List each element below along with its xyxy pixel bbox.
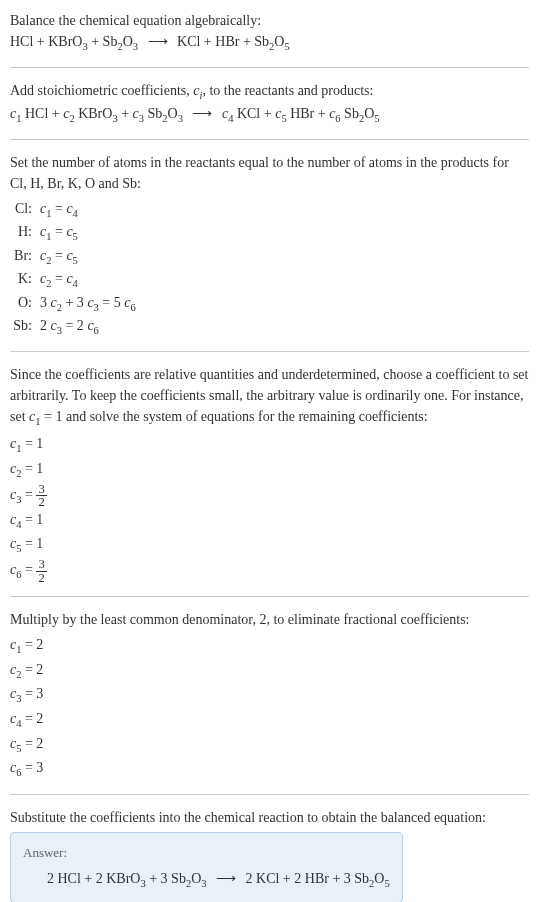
coefficient-list: c1 = 1 c2 = 1 c3 = 32 c4 = 1 c5 = 1 c6 =… — [10, 433, 529, 584]
add-coef-text: Add stoichiometric coefficients, ci, to … — [10, 80, 529, 104]
section-solve-initial: Since the coefficients are relative quan… — [10, 364, 529, 584]
section-add-coefficients: Add stoichiometric coefficients, ci, to … — [10, 80, 529, 127]
substitute-text: Substitute the coefficients into the che… — [10, 807, 529, 828]
atom-label: O: — [10, 292, 40, 313]
coef-c3: c3 = 3 — [10, 683, 529, 708]
atom-row-k: K: c2 = c4 — [10, 268, 529, 292]
eq-part: + Sb — [88, 34, 118, 49]
coef-c1: c1 = 1 — [10, 433, 529, 458]
eq-sub: 3 — [133, 41, 138, 52]
text-part: = 1 and solve the system of equations fo… — [41, 409, 428, 424]
eq-part: + — [118, 106, 133, 121]
atom-eq: c2 = c5 — [40, 245, 78, 269]
divider — [10, 139, 529, 140]
eq-part: O — [374, 871, 384, 886]
intro-text: Balance the chemical equation algebraica… — [10, 10, 529, 31]
atom-label: Cl: — [10, 198, 40, 219]
eq-part: HCl + KBrO — [10, 34, 82, 49]
balanced-equation: 2 HCl + 2 KBrO3 + 3 Sb2O3 ⟶ 2 KCl + 2 HB… — [23, 868, 390, 892]
coefficient-list-final: c1 = 2 c2 = 2 c3 = 3 c4 = 2 c5 = 2 c6 = … — [10, 634, 529, 782]
eq-part: O — [274, 34, 284, 49]
coef-c3: c3 = 32 — [10, 483, 529, 509]
solve-text: Since the coefficients are relative quan… — [10, 364, 529, 430]
divider — [10, 351, 529, 352]
eq-sub: 5 — [374, 113, 379, 124]
coef-c5: c5 = 1 — [10, 533, 529, 558]
coef-c4: c4 = 1 — [10, 509, 529, 534]
divider — [10, 596, 529, 597]
unbalanced-equation: HCl + KBrO3 + Sb2O3 ⟶ KCl + HBr + Sb2O5 — [10, 31, 529, 55]
eq-part: + 3 Sb — [146, 871, 186, 886]
eq-part: O — [123, 34, 133, 49]
atom-eq: c1 = c5 — [40, 221, 78, 245]
eq-sub: 5 — [284, 41, 289, 52]
divider — [10, 67, 529, 68]
coef-c6: c6 = 3 — [10, 757, 529, 782]
eq-part: O — [364, 106, 374, 121]
arrow-icon: ⟶ — [144, 34, 171, 49]
atom-label: Sb: — [10, 315, 40, 336]
multiply-text: Multiply by the least common denominator… — [10, 609, 529, 630]
eq-part: KCl + — [233, 106, 275, 121]
eq-part: Sb — [341, 106, 359, 121]
coef-c6: c6 = 32 — [10, 558, 529, 584]
answer-box: Answer: 2 HCl + 2 KBrO3 + 3 Sb2O3 ⟶ 2 KC… — [10, 832, 403, 902]
atom-eq-text: Set the number of atoms in the reactants… — [10, 152, 529, 194]
eq-part: HCl + — [21, 106, 63, 121]
atom-eq: 3 c2 + 3 c3 = 5 c6 — [40, 292, 136, 316]
atom-row-cl: Cl: c1 = c4 — [10, 198, 529, 222]
eq-sub: 5 — [384, 878, 389, 889]
coef-c2: c2 = 1 — [10, 458, 529, 483]
eq-part: O — [191, 871, 201, 886]
atom-label: K: — [10, 268, 40, 289]
coefficient-equation: c1 HCl + c2 KBrO3 + c3 Sb2O3 ⟶ c4 KCl + … — [10, 103, 529, 127]
atom-eq: 2 c3 = 2 c6 — [40, 315, 99, 339]
coef-c5: c5 = 2 — [10, 733, 529, 758]
eq-part: 2 HCl + 2 KBrO — [47, 871, 140, 886]
atom-table: Cl: c1 = c4 H: c1 = c5 Br: c2 = c5 K: c2… — [10, 198, 529, 339]
arrow-icon: ⟶ — [189, 106, 216, 121]
coef-c2: c2 = 2 — [10, 659, 529, 684]
fraction: 32 — [36, 558, 46, 584]
section-balance-intro: Balance the chemical equation algebraica… — [10, 10, 529, 55]
atom-label: H: — [10, 221, 40, 242]
eq-sub: 3 — [178, 113, 183, 124]
answer-label: Answer: — [23, 843, 390, 863]
eq-part: O — [168, 106, 178, 121]
atom-eq: c1 = c4 — [40, 198, 78, 222]
eq-part: KBrO — [75, 106, 113, 121]
atom-label: Br: — [10, 245, 40, 266]
coef-c1: c1 = 2 — [10, 634, 529, 659]
eq-part: 2 KCl + 2 HBr + 3 Sb — [246, 871, 370, 886]
atom-row-o: O: 3 c2 + 3 c3 = 5 c6 — [10, 292, 529, 316]
section-multiply: Multiply by the least common denominator… — [10, 609, 529, 782]
text-part: , to the reactants and products: — [202, 83, 373, 98]
fraction: 32 — [36, 483, 46, 509]
eq-sub: 3 — [201, 878, 206, 889]
atom-eq: c2 = c4 — [40, 268, 78, 292]
arrow-icon: ⟶ — [213, 871, 240, 886]
divider — [10, 794, 529, 795]
eq-part: KCl + HBr + Sb — [177, 34, 269, 49]
section-atom-equations: Set the number of atoms in the reactants… — [10, 152, 529, 339]
eq-part: HBr + — [287, 106, 330, 121]
atom-row-sb: Sb: 2 c3 = 2 c6 — [10, 315, 529, 339]
atom-row-h: H: c1 = c5 — [10, 221, 529, 245]
section-answer: Substitute the coefficients into the che… — [10, 807, 529, 902]
atom-row-br: Br: c2 = c5 — [10, 245, 529, 269]
text-part: Add stoichiometric coefficients, — [10, 83, 193, 98]
eq-part: Sb — [144, 106, 162, 121]
coef-c4: c4 = 2 — [10, 708, 529, 733]
